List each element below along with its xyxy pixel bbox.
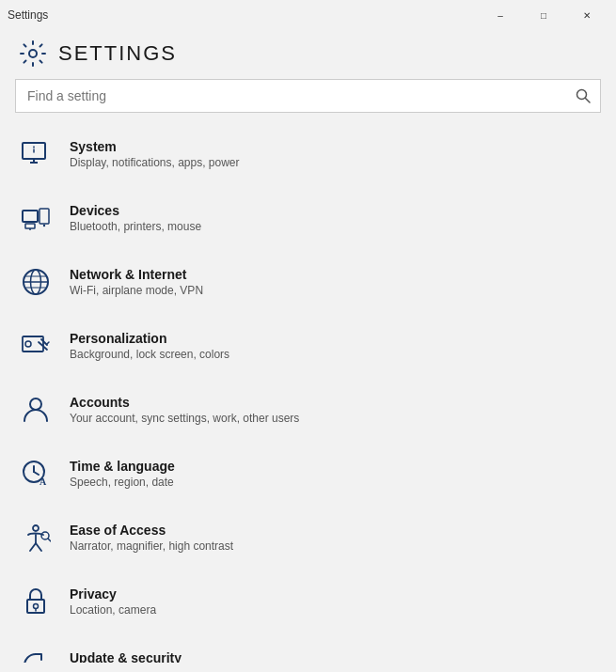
svg-line-2 [586,99,591,103]
system-title: System [70,139,240,154]
search-bar[interactable] [15,79,601,113]
time-title: Time & language [70,459,175,474]
svg-line-30 [30,543,36,551]
settings-item-system[interactable]: System Display, notifications, apps, pow… [0,122,616,186]
ease-subtitle: Narrator, magnifier, high contrast [70,539,233,553]
svg-point-23 [30,399,41,410]
search-input[interactable] [16,88,566,103]
personalization-text: Personalization Background, lock screen,… [70,331,229,361]
title-bar: Settings – □ ✕ [0,0,616,30]
ease-title: Ease of Access [70,523,233,538]
settings-item-devices[interactable]: Devices Bluetooth, printers, mouse [0,186,616,250]
devices-title: Devices [70,203,201,218]
svg-line-20 [41,339,47,345]
personalization-icon [19,329,53,363]
accounts-subtitle: Your account, sync settings, work, other… [70,412,299,425]
devices-subtitle: Bluetooth, printers, mouse [70,220,201,233]
time-text: Time & language Speech, region, date [70,459,175,489]
svg-point-28 [33,525,39,531]
personalization-subtitle: Background, lock screen, colors [70,348,229,361]
system-icon [19,137,53,171]
privacy-icon [19,585,53,618]
header: SETTINGS [0,30,616,79]
svg-line-21 [47,342,49,344]
update-icon [19,649,53,663]
maximize-button[interactable]: □ [522,0,565,30]
close-button[interactable]: ✕ [565,0,608,30]
time-icon: A [19,457,53,491]
svg-rect-11 [25,224,35,228]
network-title: Network & Internet [70,267,203,282]
ease-text: Ease of Access Narrator, magnifier, high… [70,523,233,553]
svg-text:A: A [39,477,47,487]
settings-list: System Display, notifications, apps, pow… [0,117,616,663]
settings-item-network[interactable]: Network & Internet Wi-Fi, airplane mode,… [0,250,616,314]
search-button[interactable] [566,79,600,113]
personalization-title: Personalization [70,331,229,346]
settings-item-ease[interactable]: Ease of Access Narrator, magnifier, high… [0,506,616,570]
svg-line-31 [36,543,41,551]
svg-rect-8 [23,211,38,222]
accounts-icon [19,393,53,427]
svg-rect-9 [39,209,49,224]
privacy-title: Privacy [70,586,156,602]
svg-point-12 [29,228,31,230]
update-title: Update & security [70,650,246,663]
settings-gear-icon [19,39,47,68]
update-text: Update & security Windows Update, recove… [70,650,246,663]
devices-icon [19,201,53,235]
accounts-text: Accounts Your account, sync settings, wo… [70,395,299,425]
svg-point-22 [25,341,31,347]
system-text: System Display, notifications, apps, pow… [70,139,240,169]
system-subtitle: Display, notifications, apps, power [70,156,240,169]
network-icon [19,265,53,299]
settings-item-accounts[interactable]: Accounts Your account, sync settings, wo… [0,378,616,442]
settings-item-update[interactable]: Update & security Windows Update, recove… [0,633,616,663]
minimize-button[interactable]: – [479,0,522,30]
svg-line-33 [48,539,51,541]
settings-item-time[interactable]: A Time & language Speech, region, date [0,442,616,506]
privacy-subtitle: Location, camera [70,603,156,617]
time-subtitle: Speech, region, date [70,476,175,489]
title-bar-controls: – □ ✕ [479,0,608,30]
network-text: Network & Internet Wi-Fi, airplane mode,… [70,267,203,297]
settings-item-privacy[interactable]: Privacy Location, camera [0,570,616,633]
page-title: SETTINGS [58,41,177,66]
privacy-text: Privacy Location, camera [70,586,156,617]
svg-point-10 [43,225,45,227]
devices-text: Devices Bluetooth, printers, mouse [70,203,201,233]
settings-item-personalization[interactable]: Personalization Background, lock screen,… [0,314,616,378]
svg-point-0 [29,50,37,57]
svg-line-26 [34,472,39,475]
network-subtitle: Wi-Fi, airplane mode, VPN [70,284,203,297]
title-bar-title: Settings [8,8,48,22]
ease-icon [19,521,53,555]
accounts-title: Accounts [70,395,299,410]
